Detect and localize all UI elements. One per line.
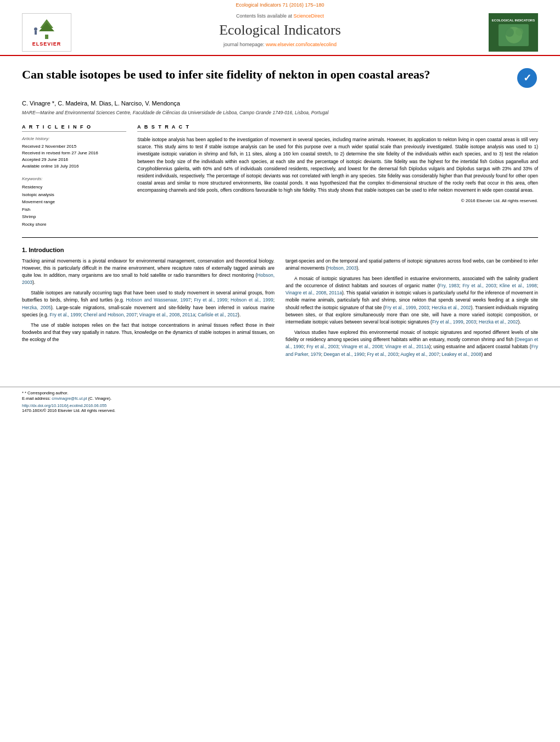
crossmark-icon: ✓ — [517, 68, 537, 88]
ref-hobson-wassenaar[interactable]: Hobson and Wassenaar, 1997 — [126, 297, 191, 303]
ref-fry-2003e[interactable]: Fry et al., 2003 — [367, 352, 398, 357]
svg-point-7 — [516, 28, 523, 36]
article-info-col: A R T I C L E I N F O Article history: R… — [22, 124, 126, 228]
accepted-date: Accepted 29 June 2016 — [22, 157, 126, 163]
svg-point-6 — [505, 28, 514, 37]
keyword-4: Fish — [22, 206, 126, 214]
intro-p6: Various studies have explored this envir… — [285, 329, 538, 358]
ref-vinagre-2008c[interactable]: Vinagre et al., 2008 — [341, 344, 383, 349]
ref-vinagre-2008[interactable]: Vinagre et al., 2008 — [139, 312, 180, 317]
citation-bar: Ecological Indicators 71 (2016) 175–180 — [0, 0, 560, 9]
journal-title-main: Ecological Indicators — [82, 22, 478, 38]
ref-vinagre-2008b[interactable]: Vinagre et al., 2008 — [285, 290, 326, 295]
intro-p3: The use of stable isotopes relies on the… — [22, 322, 275, 344]
top-bar: ELSEVIER Contents lists available at Sci… — [22, 13, 538, 52]
keyword-5: Shrimp — [22, 213, 126, 221]
footer-section: * * Corresponding author. E-mail address… — [0, 387, 560, 414]
svg-point-3 — [34, 27, 37, 31]
article-title: Can stable isotopes be used to infer sit… — [22, 67, 516, 83]
authors-text: C. Vinagre *, C. Madeira, M. Dias, L. Na… — [22, 100, 180, 107]
contents-line: Contents lists available at ScienceDirec… — [82, 13, 478, 19]
ref-herzka-2002[interactable]: Herzka et al., 2002 — [432, 305, 471, 310]
ref-herzka-2002b[interactable]: Herzka et al., 2002 — [479, 319, 518, 325]
email-link[interactable]: cmvinagre@fc.ul.pt — [52, 396, 87, 401]
corresponding-text: * Corresponding author. — [25, 390, 68, 395]
intro-p5: A mosaic of isotopic signatures has been… — [285, 275, 538, 326]
intro-p2: Stable isotopes are naturally occurring … — [22, 289, 275, 319]
homepage-link[interactable]: www.elsevier.com/locate/ecolind — [266, 42, 337, 47]
article-content: Can stable isotopes be used to infer sit… — [0, 56, 560, 381]
ref-leakey-2008[interactable]: Leakey et al., 2008 — [442, 352, 481, 357]
ref-carlisle-2012[interactable]: Carlisle et al., 2012 — [198, 312, 238, 317]
ref-hobson-1999[interactable]: Hobson et al., 1999 — [231, 297, 273, 303]
section-divider — [22, 237, 538, 238]
crossmark-logo: ✓ — [516, 67, 538, 89]
received-date: Received 2 November 2015 — [22, 143, 126, 150]
abstract-text: Stable isotope analysis has been applied… — [137, 136, 538, 194]
ref-vinagre-2011a[interactable]: 2011a — [182, 312, 195, 317]
ref-cherel-hobson[interactable]: Cherel and Hobson, 2007 — [83, 312, 137, 317]
article-info-abstract: A R T I C L E I N F O Article history: R… — [22, 124, 538, 228]
journal-logo-svg — [499, 24, 529, 46]
copyright-line: © 2016 Elsevier Ltd. All rights reserved… — [137, 198, 538, 203]
article-title-section: Can stable isotopes be used to infer sit… — [22, 67, 538, 93]
corresponding-note: * * Corresponding author. — [22, 390, 538, 397]
intro-col1: Tracking animal movements is a pivotal e… — [22, 258, 275, 361]
ref-fry-1999[interactable]: Fry et al., 1999 — [194, 297, 227, 303]
ref-fry-2003d[interactable]: Fry et al., 2003 — [306, 344, 338, 349]
available-date: Available online 18 July 2016 — [22, 163, 126, 170]
svg-rect-0 — [45, 35, 48, 39]
keywords-label: Keywords: — [22, 176, 126, 181]
authors-line: C. Vinagre *, C. Madeira, M. Dias, L. Na… — [22, 100, 538, 107]
ref-vinagre-2011b[interactable]: 2011a — [329, 290, 342, 295]
abstract-heading: A B S T R A C T — [137, 124, 538, 132]
revised-date: Received in revised form 27 June 2016 — [22, 150, 126, 157]
intro-title: 1. Introduction — [22, 247, 538, 253]
rights-text: 1470-160X/© 2016 Elsevier Ltd. All right… — [22, 408, 538, 414]
ref-herzka-2005[interactable]: Herzka, 2005 — [22, 305, 51, 310]
journal-logo-image — [499, 24, 529, 46]
ref-augley-2007[interactable]: Augley et al., 2007 — [400, 352, 439, 357]
ref-fry-2003c[interactable]: 2003 — [466, 319, 476, 325]
ref-deegan-1990b[interactable]: Deegan et al., 1990 — [323, 352, 364, 357]
elsevier-tree-icon — [30, 18, 63, 40]
sciencedirect-link[interactable]: ScienceDirect — [294, 13, 324, 19]
introduction-section: 1. Introduction Tracking animal movement… — [22, 247, 538, 361]
citation-text: Ecological Indicators 71 (2016) 175–180 — [236, 2, 324, 8]
journal-header: ELSEVIER Contents lists available at Sci… — [0, 9, 560, 56]
ref-fry-2003[interactable]: Fry et al., 2003 — [462, 283, 496, 288]
ref-hobson-2003b[interactable]: Hobson, 2003 — [328, 265, 357, 271]
keywords-list: Residency Isotopic analysis Movement ran… — [22, 183, 126, 228]
ref-fry-1999d[interactable]: Fry et al., 1999 — [432, 319, 463, 325]
elsevier-label: ELSEVIER — [32, 41, 61, 47]
history-label: Article history: — [22, 136, 126, 141]
keyword-3: Movement range — [22, 198, 126, 206]
email-label: E-mail address: — [22, 396, 51, 401]
abstract-col: A B S T R A C T Stable isotope analysis … — [137, 124, 538, 228]
ref-vinagre-2011c[interactable]: Vinagre et al., 2011a — [385, 344, 429, 349]
journal-center: Contents lists available at ScienceDirec… — [71, 13, 489, 47]
ref-fry-1983[interactable]: Fry, 1983 — [439, 283, 460, 288]
ref-fry-1999c[interactable]: Fry et al., 1999 — [385, 305, 416, 310]
keyword-2: Isotopic analysis — [22, 191, 126, 199]
intro-two-col: Tracking animal movements is a pivotal e… — [22, 258, 538, 361]
email-person: (C. Vinagre). — [88, 396, 111, 401]
homepage-text: journal homepage: — [223, 42, 265, 47]
keyword-1: Residency — [22, 183, 126, 191]
contents-text: Contents lists available at — [236, 13, 292, 19]
svg-rect-4 — [35, 31, 37, 35]
doi-link[interactable]: http://dx.doi.org/10.1016/j.ecolind.2016… — [22, 403, 538, 408]
journal-logo-text: ECOLOGICAL INDICATORS — [492, 19, 535, 23]
intro-col2: target-species and on the temporal and s… — [285, 258, 538, 361]
keywords-block: Keywords: Residency Isotopic analysis Mo… — [22, 176, 126, 228]
ref-hobson-2003[interactable]: Hobson, 2003 — [22, 272, 275, 285]
intro-p4: target-species and on the temporal and s… — [285, 258, 538, 272]
ref-kline-1998[interactable]: Kline et al., 1998 — [500, 283, 537, 288]
article-history-block: Article history: Received 2 November 201… — [22, 136, 126, 170]
elsevier-logo: ELSEVIER — [22, 13, 71, 52]
affiliation: MARE—Marine and Environmental Sciences C… — [22, 110, 538, 115]
page-wrapper: Ecological Indicators 71 (2016) 175–180 … — [0, 0, 560, 742]
ref-fry-1999b[interactable]: Fry et al., 1999 — [50, 312, 81, 317]
journal-homepage: journal homepage: www.elsevier.com/locat… — [82, 42, 478, 47]
ref-fry-2003b[interactable]: 2003 — [419, 305, 429, 310]
